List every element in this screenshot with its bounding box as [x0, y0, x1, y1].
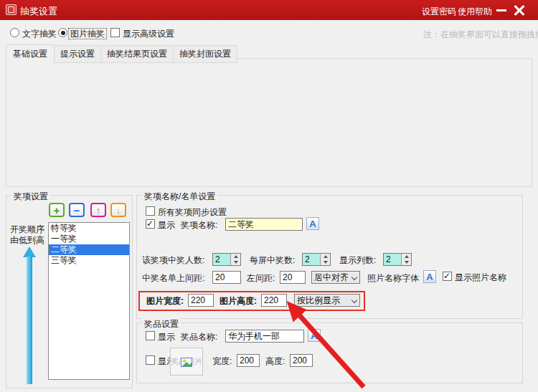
tab-tip-settings[interactable]: 提示设置 [54, 45, 101, 63]
app-icon [6, 4, 16, 15]
picture-icon [181, 358, 192, 367]
columns-label: 显示列数: [339, 255, 376, 265]
list-item[interactable]: 三等奖 [49, 255, 129, 266]
advanced-settings-checkbox[interactable] [110, 28, 120, 37]
tab-cover-settings[interactable]: 抽奖封面设置 [173, 45, 237, 63]
show-prize-name-label[interactable]: 显示 [158, 220, 175, 230]
radio-text-mode[interactable] [10, 28, 19, 37]
tab-result-page-settings[interactable]: 抽奖结果页设置 [100, 45, 174, 63]
tab-basic-settings[interactable]: 基础设置 [6, 44, 55, 64]
prize-listbox[interactable]: 特等奖 一等奖 二等奖 三等奖 [48, 222, 130, 380]
show-photo-name-checkbox[interactable] [443, 272, 452, 281]
window-title: 抽奖设置 [20, 5, 57, 18]
chevron-down-icon [352, 275, 357, 280]
minimize-icon[interactable] [496, 9, 506, 11]
spinner-arrows-icon[interactable] [401, 254, 411, 265]
basic-settings-panel [6, 58, 532, 187]
show-prize-name-checkbox[interactable] [146, 219, 155, 229]
title-bar: 抽奖设置 设置密码 使用帮助 [0, 0, 538, 20]
red-annotation-arrow [269, 294, 377, 392]
radio-image-mode-label[interactable]: 图片抽奖 [69, 29, 106, 39]
photo-name-font-button[interactable]: A [423, 270, 436, 283]
left-margin-label: 左间距: [247, 273, 275, 283]
image-height-label: 图片高度: [220, 296, 257, 306]
order-note-line2: 由低到高 [10, 235, 44, 245]
per-screen-spinner[interactable]: 2 [302, 253, 331, 266]
prize-name-font-button[interactable]: A [306, 217, 319, 230]
tab-strip: 基础设置 提示设置 抽奖结果页设置 抽奖封面设置 [6, 44, 237, 63]
drag-note: 注：在抽奖界面可以直接拖拽排版 [423, 29, 538, 39]
order-arrow-head-icon [23, 247, 36, 257]
move-prize-down-button[interactable]: ↓ [110, 203, 126, 217]
list-item[interactable]: 特等奖 [49, 223, 129, 234]
winners-label: 该奖项中奖人数: [142, 255, 204, 265]
left-margin-input[interactable] [280, 271, 306, 284]
advanced-settings-label[interactable]: 显示高级设置 [123, 29, 174, 39]
image-width-input[interactable] [188, 294, 214, 307]
prize-name-settings-group-title: 奖项名称/名单设置 [142, 191, 217, 203]
move-prize-up-button[interactable]: ↑ [90, 203, 106, 217]
goods-width-input[interactable] [237, 354, 260, 367]
list-item[interactable]: 一等奖 [49, 234, 129, 244]
spinner-arrows-icon[interactable] [320, 254, 330, 265]
remove-prize-button[interactable]: − [69, 203, 85, 217]
order-note-line1: 开奖顺序 [10, 224, 44, 234]
show-goods-name-label[interactable]: 显示 [158, 332, 175, 342]
goods-name-label: 奖品名称: [181, 332, 217, 342]
show-goods-name-checkbox[interactable] [146, 331, 155, 340]
columns-spinner[interactable]: 2 [383, 253, 412, 266]
set-password-link[interactable]: 设置密码 [422, 6, 456, 18]
sync-all-checkbox[interactable] [146, 206, 155, 216]
sync-all-label[interactable]: 所有奖项同步设置 [158, 207, 227, 217]
order-arrow-shaft-icon [27, 257, 32, 384]
top-margin-input[interactable] [212, 271, 241, 284]
photo-font-label: 照片名称字体 [367, 273, 419, 283]
align-dropdown[interactable]: 居中对齐 [311, 271, 360, 284]
radio-image-mode[interactable] [58, 28, 67, 37]
show-goods-image-checkbox[interactable] [146, 355, 155, 365]
spinner-arrows-icon[interactable] [230, 254, 240, 265]
per-screen-label: 每屏中奖数: [250, 255, 295, 265]
list-item-selected[interactable]: 二等奖 [49, 244, 129, 255]
close-icon[interactable] [514, 4, 525, 16]
show-photo-name-label[interactable]: 显示照片名称 [455, 272, 506, 282]
help-link[interactable]: 使用帮助 [458, 6, 492, 18]
settings-window: 抽奖设置 设置密码 使用帮助 文字抽奖 图片抽奖 显示高级设置 注：在抽奖界面可… [0, 0, 538, 392]
prize-name-label: 奖项名称: [181, 220, 217, 230]
top-margin-label: 中奖名单上间距: [142, 273, 204, 283]
image-width-label: 图片宽度: [146, 296, 184, 306]
winners-spinner[interactable]: 2 [212, 253, 241, 266]
prize-name-input[interactable] [225, 218, 303, 231]
goods-image-button[interactable]: 奖品图片 [170, 348, 203, 376]
add-prize-button[interactable]: + [49, 203, 65, 217]
radio-text-mode-label[interactable]: 文字抽奖 [22, 29, 57, 39]
prize-items-group-title: 奖项设置 [11, 191, 50, 203]
goods-width-label: 宽度: [212, 356, 232, 366]
prize-goods-group-title: 奖品设置 [142, 318, 181, 330]
